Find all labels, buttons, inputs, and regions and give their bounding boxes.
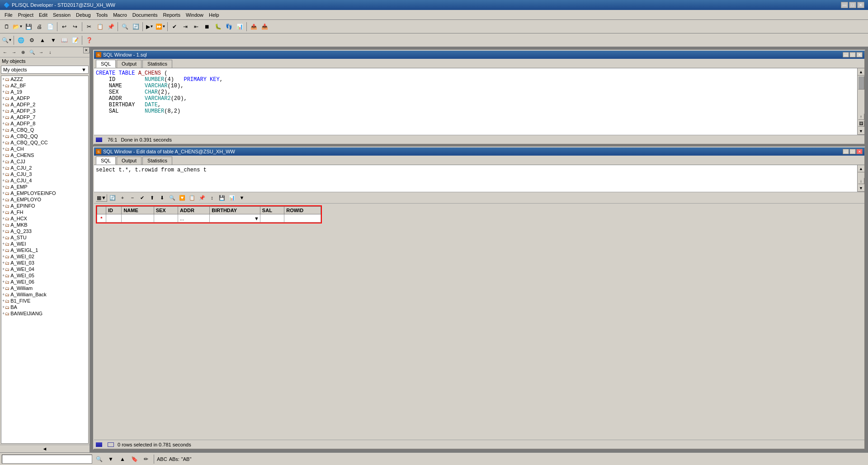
grid-remove-row[interactable]: −	[128, 193, 137, 202]
tree-item-A_EMP[interactable]: +🗂A_EMP	[1, 184, 88, 190]
tree-item-A_Q_233[interactable]: +🗂A_Q_233	[1, 228, 88, 234]
panel-add[interactable]: ⊕	[19, 48, 27, 56]
menu-help[interactable]: Help	[206, 11, 222, 19]
grid-col-sex[interactable]: SEX	[154, 207, 178, 214]
tree-item-A_William_Back[interactable]: +🗂A_William_Back	[1, 291, 88, 298]
tree-item-A_ADFP_8[interactable]: +🗂A_ADFP_8	[1, 120, 88, 127]
tree-item-A_WEI_03[interactable]: +🗂A_WEI_03	[1, 260, 88, 266]
toolbar-run-code[interactable]: 📝	[70, 35, 80, 45]
tree-item-A_CBQ_QQ[interactable]: +🗂A_CBQ_QQ	[1, 133, 88, 139]
tree-item-A_CJU_2[interactable]: +🗂A_CJU_2	[1, 165, 88, 171]
object-tree[interactable]: +🗂AZZZ +🗂AZ_BF +🗂A_19 +🗂A_ADFP +🗂A_ADFP_…	[1, 76, 89, 444]
tree-item-A_William[interactable]: +🗂A_William	[1, 285, 88, 291]
grid-add-row[interactable]: +	[118, 193, 127, 202]
tree-item-A_WEI[interactable]: +🗂A_WEI	[1, 241, 88, 247]
tab-sql-2[interactable]: SQL	[96, 157, 116, 165]
toolbar-indent[interactable]: ⇥	[180, 22, 190, 32]
toolbar-print[interactable]: 🖨	[34, 22, 44, 32]
query-scroll-down-2[interactable]: ▼	[858, 185, 865, 192]
tree-item-B1_FIVE[interactable]: +🗂B1_FIVE	[1, 298, 88, 304]
grid-filter[interactable]: 🔽	[178, 193, 187, 202]
minimize-btn[interactable]: —	[841, 2, 848, 8]
tree-item-A_CBQ_Q[interactable]: +🗂A_CBQ_Q	[1, 127, 88, 133]
panel-forward[interactable]: →	[10, 48, 18, 56]
bottom-up[interactable]: ▲	[118, 454, 127, 464]
grid-search[interactable]: 🔍	[168, 193, 177, 202]
menu-macro[interactable]: Macro	[110, 11, 130, 19]
toolbar-save[interactable]: 💾	[24, 22, 33, 32]
grid-col-birthday[interactable]: BIRTHDAY	[210, 207, 260, 214]
tree-item-A_CJJ[interactable]: +🗂A_CJJ	[1, 158, 88, 165]
sql-editor-1[interactable]: CREATE TABLE A_CHENS ( ID NUMBER(4) PRIM…	[94, 68, 857, 135]
toolbar-paste[interactable]: 📌	[106, 22, 116, 32]
toolbar-undo[interactable]: ↩	[59, 22, 69, 32]
menu-project[interactable]: Project	[15, 11, 36, 19]
grid-scroll-up[interactable]: ⬆	[148, 193, 157, 202]
scroll-thumb-1[interactable]	[858, 76, 864, 90]
tree-item-A_WEI_02[interactable]: +🗂A_WEI_02	[1, 253, 88, 260]
toolbar-replace[interactable]: 🔄	[131, 22, 141, 32]
bottom-bookmark[interactable]: 🔖	[129, 454, 139, 464]
tree-item-A_CHENS[interactable]: +🗂A_CHENS	[1, 152, 88, 158]
panel-sort[interactable]: ↓	[46, 48, 54, 56]
bottom-search-input[interactable]	[2, 455, 92, 464]
tree-item-A_ADFP_7[interactable]: +🗂A_ADFP_7	[1, 114, 88, 120]
tree-item-A_WEI_06[interactable]: +🗂A_WEI_06	[1, 279, 88, 285]
toolbar-search[interactable]: 🔍	[120, 22, 130, 32]
menu-file[interactable]: File	[2, 11, 15, 19]
toolbar-commit[interactable]: ✔	[170, 22, 179, 32]
grid-export[interactable]: 💾	[217, 193, 226, 202]
scroll-extra-btn-1a[interactable]: ↑	[858, 114, 864, 120]
birthday-dropdown[interactable]: ▼	[254, 216, 259, 221]
bottom-pencil[interactable]: ✏	[141, 454, 151, 464]
tree-item-A_EMPLOYO[interactable]: +🗂A_EMPLOYO	[1, 196, 88, 203]
toolbar-obj-desc[interactable]: 📊	[235, 22, 245, 32]
grid-new-row[interactable]: * ... ▼	[97, 214, 321, 223]
menu-debug[interactable]: Debug	[73, 11, 93, 19]
tab-statistics-1[interactable]: Statistics	[142, 60, 172, 68]
grid-col-sal[interactable]: SAL	[260, 207, 284, 214]
win1-close[interactable]: ✕	[856, 52, 863, 57]
grid-col-rowid[interactable]: ROWID	[284, 207, 321, 214]
win2-minimize[interactable]: —	[843, 149, 849, 154]
query-scroll-up-2[interactable]: ▲	[858, 165, 865, 172]
panel-search[interactable]: 🔍	[28, 48, 36, 56]
tree-item-A_CJU_3[interactable]: +🗂A_CJU_3	[1, 171, 88, 177]
bottom-down[interactable]: ▼	[106, 454, 116, 464]
toolbar-run-up[interactable]: ▲	[38, 35, 47, 45]
query-extra-2[interactable]: ↓	[858, 178, 864, 184]
scroll-extra-btn-1b[interactable]: 🖼	[858, 120, 864, 127]
toolbar-new[interactable]: 🗒	[2, 22, 12, 32]
tree-item-A_HCX[interactable]: +🗂A_HCX	[1, 215, 88, 222]
panel-back[interactable]: ←	[1, 48, 9, 56]
maximize-btn[interactable]: □	[849, 2, 856, 8]
sql-query-editor-2[interactable]: select t.*, t.rowid from a_chens t	[94, 165, 857, 192]
tree-item-A_CBQ_QQ_CC[interactable]: +🗂A_CBQ_QQ_CC	[1, 139, 88, 146]
tree-item-A_FH[interactable]: +🗂A_FH	[1, 209, 88, 215]
tree-item-A_MKB[interactable]: +🗂A_MKB	[1, 222, 88, 228]
cell-birthday-new[interactable]: ▼	[210, 214, 260, 223]
menu-edit[interactable]: Edit	[36, 11, 50, 19]
toolbar-unindent[interactable]: ⇤	[191, 22, 201, 32]
toolbar-execute[interactable]: ▶▼	[145, 22, 155, 32]
tree-item-A_ADFP_3[interactable]: +🗂A_ADFP_3	[1, 108, 88, 114]
toolbar-run-book[interactable]: 📖	[59, 35, 69, 45]
tab-output-2[interactable]: Output	[117, 157, 142, 165]
scroll-down-arrow-1[interactable]: ▼	[858, 128, 865, 135]
tree-item-A_ADFP[interactable]: +🗂A_ADFP	[1, 95, 88, 101]
tree-item-BA[interactable]: +🗂BA	[1, 304, 88, 310]
grid-copy-row[interactable]: 📋	[188, 193, 197, 202]
toolbar-stop[interactable]: ⏹	[202, 22, 212, 32]
bottom-search-btn[interactable]: 🔍	[94, 454, 104, 464]
tree-item-A_EPINFO[interactable]: +🗂A_EPINFO	[1, 203, 88, 209]
tree-item-A_STU[interactable]: +🗂A_STU	[1, 234, 88, 241]
tree-item-AZZZ[interactable]: +🗂AZZZ	[1, 76, 88, 82]
menu-tools[interactable]: Tools	[94, 11, 111, 19]
toolbar-copy[interactable]: 📋	[95, 22, 105, 32]
close-btn[interactable]: ✕	[857, 2, 864, 8]
grid-save[interactable]: ✔	[138, 193, 147, 202]
toolbar-run-down[interactable]: ▼	[48, 35, 58, 45]
tree-item-A_ADFP_2[interactable]: +🗂A_ADFP_2	[1, 101, 88, 108]
grid-sort[interactable]: ↕	[208, 193, 217, 202]
tab-output-1[interactable]: Output	[117, 60, 142, 68]
